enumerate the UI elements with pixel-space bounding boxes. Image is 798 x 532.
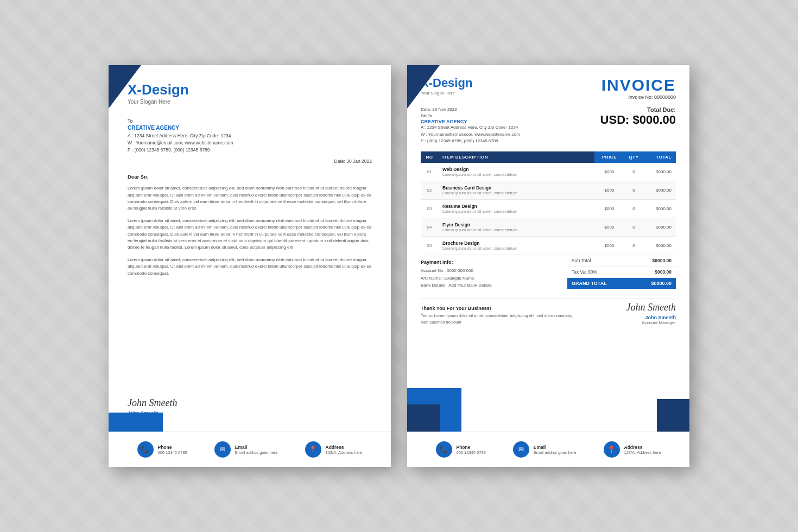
row-no: 03 <box>421 200 438 218</box>
paragraph-2: Lorem ipsum dolor sit amet, consectetuer… <box>128 218 372 251</box>
inv-corner-br <box>657 399 689 432</box>
row-no: 04 <box>421 218 438 237</box>
row-desc: Web Design Lorem ipsum dolor sit amet, c… <box>438 163 594 181</box>
row-price: $000 <box>594 218 624 237</box>
table-row: 05 Brochure Design Lorem ipsum dolor sit… <box>421 237 676 255</box>
signer-title: Account Manager <box>128 416 372 421</box>
row-total: $000.00 <box>643 200 676 218</box>
invoice-client-info: Date: 30 Nov 2022 Bill To CREATIVE AGENC… <box>421 106 520 145</box>
logo-slogan: Your Slogan Here <box>128 99 372 105</box>
invoice-total-due-area: Total Due: USD: $000.00 <box>600 106 676 127</box>
footer-email-text: Email Email addrss goes here <box>235 445 278 455</box>
inv-email-icon: ✉ <box>513 441 529 458</box>
row-price: $000 <box>594 200 624 218</box>
letterhead-footer: 📞 Phone 000 12345 6789 ✉ Email Email add… <box>109 432 391 467</box>
payment-info-title: Payment Info: <box>421 259 567 265</box>
letterhead-body: Dear Sir, Lorem ipsum dolor sit amet, co… <box>128 174 372 389</box>
inv-email-label: Email <box>534 445 577 450</box>
thanks-body: Terms: Lorem ipsum dolor sit amet, conse… <box>421 313 573 325</box>
row-no: 02 <box>421 181 438 200</box>
inv-phone-icon: 📞 <box>436 441 452 458</box>
tax-row: Tax Vat 00% $000.00 <box>567 267 676 278</box>
inv-email-value: Email addrss goes here <box>534 450 577 455</box>
row-no: 01 <box>421 163 438 181</box>
email-label: Email <box>235 445 278 450</box>
inv-footer-phone: 📞 Phone 000 12345 6789 <box>436 441 486 458</box>
subtotal-row: Sub Total $0000.00 <box>567 255 676 267</box>
client-company: CREATIVE AGENCY <box>421 119 520 124</box>
inv-address-icon: 📍 <box>604 441 620 458</box>
grand-total-value: $0000.00 <box>651 281 672 286</box>
subtotal-value: $0000.00 <box>653 258 672 263</box>
letterhead-date: Date: 30 Jan 2022 <box>128 159 372 164</box>
row-total: $000.00 <box>643 237 676 255</box>
signature-script: John Smeeth <box>128 397 372 409</box>
row-desc: Business Card Design Lorem ipsum dolor s… <box>438 181 594 200</box>
invoice-page: X-Design Your Slogan Here INVOICE Invoic… <box>407 65 689 467</box>
phone-value: 000 12345 6789 <box>158 450 187 455</box>
recipient-phone: P : (000) 12345 6789, (000) 12345 6789 <box>128 147 372 154</box>
invoice-document: X-Design Your Slogan Here INVOICE Invoic… <box>407 65 689 467</box>
inv-footer-email-text: Email Email addrss goes here <box>534 445 577 455</box>
row-qty: 0 <box>624 181 643 200</box>
inv-phone-value: 000 12345 6789 <box>457 450 486 455</box>
row-desc: Flyer Design Lorem ipsum dolor sit amet,… <box>438 218 594 237</box>
subtotal-label: Sub Total <box>572 258 591 263</box>
grand-total-label: GRAND TOTAL <box>572 281 607 286</box>
inv-signer-name: John Smeeth <box>626 315 676 320</box>
paragraph-1: Lorem ipsum dolor sit amet, consectetuer… <box>128 185 372 212</box>
inv-phone-label: Phone <box>457 445 486 450</box>
row-desc: Brochure Design Lorem ipsum dolor sit am… <box>438 237 594 255</box>
row-qty: 0 <box>624 237 643 255</box>
letterhead-page: X-Design Your Slogan Here To CREATIVE AG… <box>109 65 391 467</box>
row-price: $000 <box>594 163 624 181</box>
invoice-thanks: Thank You For Your Business! Terms: Lore… <box>421 298 676 325</box>
inv-signature-script: John Smeeth <box>626 302 676 313</box>
inv-logo-slogan: Your Slogan Here <box>421 91 472 96</box>
invoice-title: INVOICE <box>601 76 676 94</box>
table-row: 01 Web Design Lorem ipsum dolor sit amet… <box>421 163 676 181</box>
client-website: W : Yourname@email.com, www.websitename.… <box>421 131 520 138</box>
inv-footer-phone-text: Phone 000 12345 6789 <box>457 445 486 455</box>
footer-phone-item: 📞 Phone 000 12345 6789 <box>137 441 187 458</box>
bank-details: Bank Details : Add Your Bank Details <box>421 282 567 289</box>
to-section: To CREATIVE AGENCY A : 1234 Street Addre… <box>128 118 372 153</box>
row-price: $000 <box>594 237 624 255</box>
recipient-website: W : Yourname@email.com, www.websitename.… <box>128 140 372 147</box>
account-no: Account No : 0000 000 000 <box>421 267 567 275</box>
inv-address-label: Address <box>624 445 661 450</box>
pages-container: X-Design Your Slogan Here To CREATIVE AG… <box>109 65 689 467</box>
inv-signer-title: Account Manager <box>626 320 676 325</box>
payment-info: Payment Info: Account No : 0000 000 000 … <box>421 255 567 294</box>
col-header-qty: QTY <box>624 151 643 163</box>
inv-footer-address-text: Address 123/A, Address here <box>624 445 661 455</box>
row-no: 05 <box>421 237 438 255</box>
invoice-title-area: INVOICE Invoice No: 00000000 <box>601 76 676 100</box>
inv-address-value: 123/A, Address here <box>624 450 661 455</box>
email-icon: ✉ <box>214 441 231 458</box>
total-due-label: Total Due: <box>600 106 676 113</box>
inv-footer-email: ✉ Email Email addrss goes here <box>513 441 577 458</box>
tax-value: $000.00 <box>655 269 672 275</box>
invoice-meta: Date: 30 Nov 2022 Bill To CREATIVE AGENC… <box>421 106 676 145</box>
client-address: A : 1234 Street Address Here, City Zip C… <box>421 124 520 131</box>
bill-to-label: Bill To <box>421 113 520 118</box>
invoice-footer: 📞 Phone 000 12345 6789 ✉ Email Email add… <box>407 432 689 467</box>
col-header-desc: ITEM DESCRIPTION <box>438 151 594 163</box>
address-icon: 📍 <box>305 441 321 458</box>
footer-address-item: 📍 Address 123/A, Address here <box>305 441 363 458</box>
phone-label: Phone <box>158 445 187 450</box>
footer-phone-text: Phone 000 12345 6789 <box>158 445 187 455</box>
invoice-header: X-Design Your Slogan Here INVOICE Invoic… <box>421 76 676 100</box>
col-header-no: NO <box>421 151 438 163</box>
phone-icon: 📞 <box>137 441 154 458</box>
tax-label: Tax Vat 00% <box>572 269 597 275</box>
row-qty: 0 <box>624 218 643 237</box>
address-value: 123/A, Address here <box>326 450 363 455</box>
table-row: 03 Resume Design Lorem ipsum dolor sit a… <box>421 200 676 218</box>
paragraph-3: Lorem ipsum dolor sit amet, consectetuer… <box>128 257 372 277</box>
footer-email-item: ✉ Email Email addrss goes here <box>214 441 278 458</box>
letterhead-signature: John Smeeth John Smeeth Account Manager <box>128 397 372 421</box>
letterhead-logo: X-Design Your Slogan Here <box>128 81 372 105</box>
row-qty: 0 <box>624 200 643 218</box>
